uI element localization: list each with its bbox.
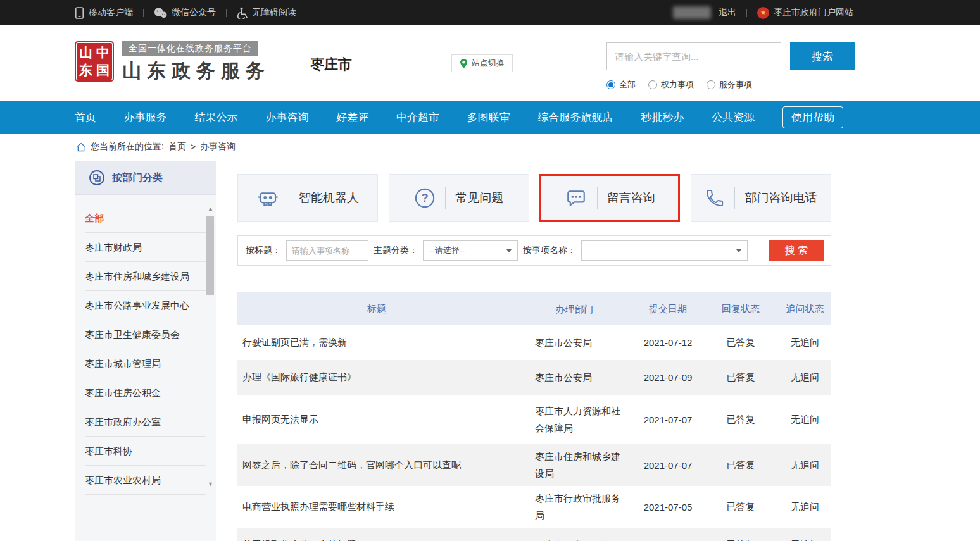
cell-reply: 已答复	[703, 371, 779, 383]
table-row[interactable]: 申报网页无法显示 枣庄市人力资源和社会保障局 2021-07-07 已答复 无追…	[237, 395, 831, 444]
tab-department-phone[interactable]: 部门咨询电话	[691, 174, 831, 222]
tab-message-consult[interactable]: 留言咨询	[539, 174, 680, 222]
wechat-link[interactable]: 微信公众号	[154, 7, 216, 18]
scrollbar-thumb[interactable]	[206, 216, 214, 295]
category-icon	[89, 170, 105, 186]
logout-link[interactable]: 退出	[719, 7, 736, 18]
nav-item-help[interactable]: 使用帮助	[782, 106, 843, 128]
cell-followup: 无追问	[779, 459, 831, 471]
svg-text:?: ?	[422, 191, 429, 204]
radio-checked-icon	[606, 80, 615, 89]
robot-icon	[256, 187, 279, 209]
breadcrumb-home-link[interactable]: 首页	[168, 141, 186, 152]
nav-item-flagship[interactable]: 综合服务旗舰店	[538, 110, 613, 125]
nav-item-joint-review[interactable]: 多图联审	[467, 110, 510, 125]
cell-reply: 已答复	[703, 414, 779, 426]
nav-item-services[interactable]: 办事服务	[124, 110, 167, 125]
sidebar-item-all[interactable]: 全部	[85, 204, 206, 233]
cell-date: 2021-07-07	[633, 414, 703, 425]
chevron-down-icon	[736, 249, 741, 252]
cell-dept: 枣庄市公安局	[516, 330, 633, 355]
sidebar-item[interactable]: 枣庄市卫生健康委员会	[85, 320, 206, 349]
logo-text: 全国一体化在线政务服务平台 山东政务服务	[122, 41, 270, 84]
department-list: 全部 枣庄市财政局 枣庄市住房和城乡建设局 枣庄市公路事业发展中心 枣庄市卫生健…	[75, 195, 216, 495]
scope-label: 服务事项	[719, 79, 752, 90]
sidebar-item[interactable]: 枣庄市住房和城乡建设局	[85, 262, 206, 291]
divider	[746, 9, 747, 17]
divider	[289, 187, 289, 209]
sidebar-item[interactable]: 枣庄市城市管理局	[85, 349, 206, 378]
cell-followup: 无追问	[779, 501, 831, 513]
scope-service-radio[interactable]: 服务事项	[707, 79, 752, 90]
keyword-search-button[interactable]: 搜索	[790, 42, 855, 70]
tab-smart-robot[interactable]: 智能机器人	[237, 174, 378, 222]
tab-label: 留言咨询	[607, 190, 655, 206]
main-nav: 首页 办事服务 结果公示 办事咨询 好差评 中介超市 多图联审 综合服务旗舰店 …	[0, 101, 980, 134]
scope-power-radio[interactable]: 权力事项	[648, 79, 694, 90]
topic-select-value: --请选择--	[429, 245, 465, 256]
nav-item-consult[interactable]: 办事咨询	[265, 110, 308, 125]
sidebar-item[interactable]: 枣庄市财政局	[85, 233, 206, 262]
item-select[interactable]	[581, 240, 748, 261]
accessibility-link[interactable]: 无障碍阅读	[237, 7, 296, 19]
site-logo[interactable]: 山 中 东 国 全国一体化在线政务服务平台 山东政务服务	[75, 41, 270, 84]
table-row[interactable]: 行驶证副页已满，需换新 枣庄市公安局 2021-07-12 已答复 无追问	[237, 325, 831, 360]
nav-item-public-resources[interactable]: 公共资源	[712, 110, 755, 125]
portal-label: 枣庄市政府门户网站	[774, 7, 853, 18]
nav-item-results[interactable]: 结果公示	[195, 110, 238, 125]
portal-link[interactable]: ★ 枣庄市政府门户网站	[757, 7, 853, 19]
shandong-seal-logo: 山 中 东 国	[75, 41, 114, 82]
topic-select[interactable]: --请选择--	[423, 240, 518, 261]
mobile-app-link[interactable]: 移动客户端	[75, 7, 133, 19]
search-scope-options: 全部 权力事项 服务事项	[606, 79, 752, 90]
sidebar-header: 按部门分类	[75, 161, 216, 195]
sidebar-item[interactable]: 枣庄市农业农村局	[85, 466, 206, 495]
cell-title[interactable]: 申报网页无法显示	[237, 410, 516, 430]
sidebar-item[interactable]: 枣庄市住房公积金	[85, 378, 206, 407]
table-row[interactable]: 办理《国际旅行健康证书》 枣庄市公安局 2021-07-09 已答复 无追问	[237, 360, 831, 395]
cell-reply: 已答复	[703, 337, 779, 349]
nav-item-instant[interactable]: 秒批秒办	[641, 110, 684, 125]
title-filter-input[interactable]	[286, 240, 368, 261]
department-sidebar: 按部门分类 全部 枣庄市财政局 枣庄市住房和城乡建设局 枣庄市公路事业发展中心 …	[75, 161, 216, 541]
mobile-app-label: 移动客户端	[89, 7, 133, 18]
sidebar-item[interactable]: 枣庄市公路事业发展中心	[85, 291, 206, 320]
site-switch-button[interactable]: 站点切换	[451, 54, 513, 72]
cell-title[interactable]: 办理《国际旅行健康证书》	[237, 368, 516, 387]
cell-title[interactable]: 电商营业执照办理需要哪些材料手续	[237, 497, 516, 517]
cell-title[interactable]: 网签之后，除了合同二维码，官网哪个入口可以查呢	[237, 456, 516, 475]
seal-char: 东	[79, 61, 92, 79]
nav-item-rating[interactable]: 好差评	[336, 110, 368, 125]
table-row[interactable]: 电商营业执照办理需要哪些材料手续 枣庄市行政审批服务局 2021-07-05 已…	[237, 486, 831, 528]
sidebar-item[interactable]: 枣庄市科协	[85, 437, 206, 466]
sidebar-item[interactable]: 枣庄市政府办公室	[85, 407, 206, 437]
nav-item-home[interactable]: 首页	[75, 110, 96, 125]
cell-title[interactable]: 关于提取住房公积金的问题	[237, 535, 516, 541]
seal-char: 山	[79, 44, 92, 61]
keyword-search	[606, 42, 781, 70]
page: 移动客户端 微信公众号 无障碍阅读 退出 ★ 枣庄市政府门户网站	[0, 0, 980, 541]
by-title-label: 按标题：	[246, 245, 281, 256]
tab-faq[interactable]: ? 常见问题	[389, 174, 529, 222]
scrollbar-up-arrow[interactable]: ▲	[208, 206, 213, 212]
scrollbar-down-arrow[interactable]: ▼	[208, 481, 213, 487]
filter-search-button[interactable]: 搜 索	[769, 240, 824, 261]
scope-label: 全部	[619, 79, 636, 90]
topbar: 移动客户端 微信公众号 无障碍阅读 退出 ★ 枣庄市政府门户网站	[0, 0, 980, 25]
divider	[597, 187, 598, 209]
seal-char: 中	[96, 44, 110, 61]
question-icon: ?	[414, 187, 436, 209]
cell-reply: 已答复	[703, 501, 779, 513]
national-emblem-icon: ★	[757, 7, 769, 19]
cell-title[interactable]: 行驶证副页已满，需换新	[237, 333, 516, 352]
nav-item-agency[interactable]: 中介超市	[396, 110, 439, 125]
table-row[interactable]: 网签之后，除了合同二维码，官网哪个入口可以查呢 枣庄市住房和城乡建设局 2021…	[237, 444, 831, 486]
divider	[445, 187, 446, 209]
message-icon	[565, 187, 587, 209]
keyword-search-input[interactable]	[606, 42, 781, 70]
scope-label: 权力事项	[661, 79, 694, 90]
cell-dept: 枣庄市住房和城乡建设局	[516, 444, 633, 486]
table-row[interactable]: 关于提取住房公积金的问题 枣庄市住房公积金 2021-07-05 已答复 无追问	[237, 528, 831, 541]
seal-char: 国	[96, 61, 110, 79]
scope-all-radio[interactable]: 全部	[606, 79, 636, 90]
